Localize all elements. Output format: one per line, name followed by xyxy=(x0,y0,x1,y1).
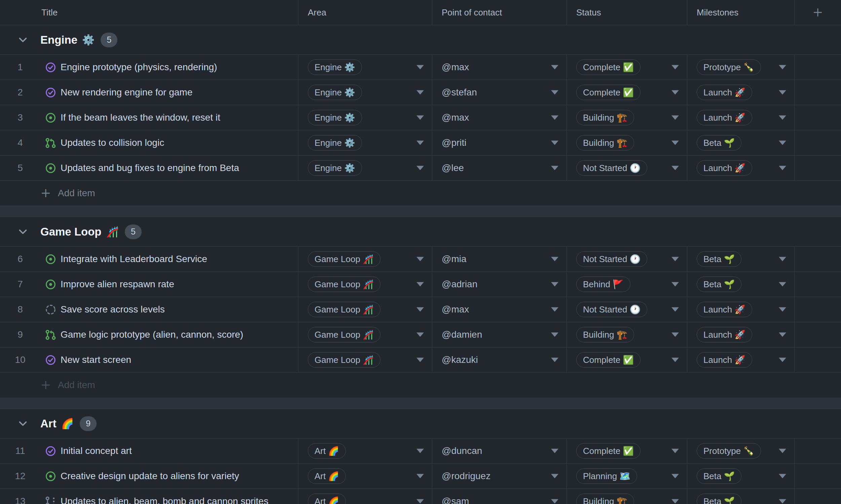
point-of-contact-cell[interactable]: @kazuki xyxy=(432,347,567,372)
area-cell[interactable]: Engine ⚙️ xyxy=(298,55,432,79)
status-pill: Not Started 🕐 xyxy=(576,160,647,176)
chevron-down-icon[interactable] xyxy=(17,418,29,430)
status-cell[interactable]: Complete ✅ xyxy=(567,80,687,105)
point-of-contact-cell[interactable]: @max xyxy=(432,105,567,130)
status-cell[interactable]: Complete ✅ xyxy=(567,347,687,372)
milestone-cell[interactable]: Launch 🚀 xyxy=(687,347,794,372)
title-cell[interactable]: 6Integrate with Leaderboard Service xyxy=(0,247,298,271)
status-cell[interactable]: Not Started 🕐 xyxy=(567,156,687,180)
point-of-contact-cell[interactable]: @duncan xyxy=(432,438,567,463)
milestone-cell[interactable]: Beta 🌱 xyxy=(687,272,794,297)
milestone-cell[interactable]: Beta 🌱 xyxy=(687,464,794,488)
area-cell[interactable]: Game Loop 🎢 xyxy=(298,247,432,271)
status-cell[interactable]: Building 🏗️ xyxy=(567,322,687,347)
title-cell[interactable]: 8Save score across levels xyxy=(0,297,298,322)
title-cell[interactable]: 9Game logic prototype (alien, cannon, sc… xyxy=(0,322,298,347)
column-header-title[interactable]: Title xyxy=(0,0,298,25)
add-item-button[interactable]: Add item xyxy=(0,181,841,206)
milestone-cell[interactable]: Prototype 🍾 xyxy=(687,438,794,463)
plus-icon xyxy=(812,7,823,18)
milestone-cell[interactable]: Beta 🌱 xyxy=(687,130,794,155)
caret-down-icon xyxy=(551,166,559,170)
point-of-contact-cell[interactable]: @rodriguez xyxy=(432,464,567,488)
status-cell[interactable]: Building 🏗️ xyxy=(567,105,687,130)
empty-cell xyxy=(794,247,841,271)
table-row: 10New start screenGame Loop 🎢@kazukiComp… xyxy=(0,347,841,373)
group-header-art: Art🌈9 xyxy=(0,409,841,438)
point-of-contact-cell[interactable]: @priti xyxy=(432,130,567,155)
title-cell[interactable]: 4Updates to collision logic xyxy=(0,130,298,155)
area-cell[interactable]: Engine ⚙️ xyxy=(298,156,432,180)
area-cell[interactable]: Engine ⚙️ xyxy=(298,130,432,155)
point-of-contact-cell[interactable]: @stefan xyxy=(432,80,567,105)
milestone-pill: Launch 🚀 xyxy=(697,302,752,317)
point-of-contact-cell[interactable]: @max xyxy=(432,297,567,322)
milestone-cell[interactable]: Launch 🚀 xyxy=(687,322,794,347)
item-title: Improve alien respawn rate xyxy=(61,279,174,290)
status-cell[interactable]: Building 🏗️ xyxy=(567,130,687,155)
milestone-cell[interactable]: Prototype 🍾 xyxy=(687,55,794,79)
row-number: 3 xyxy=(0,112,40,123)
title-cell[interactable]: 1Engine prototype (physics, rendering) xyxy=(0,55,298,79)
status-cell[interactable]: Not Started 🕐 xyxy=(567,297,687,322)
area-cell[interactable]: Engine ⚙️ xyxy=(298,105,432,130)
status-cell[interactable]: Building 🏗️ xyxy=(567,489,687,504)
milestone-cell[interactable]: Launch 🚀 xyxy=(687,156,794,180)
status-cell[interactable]: Complete ✅ xyxy=(567,438,687,463)
title-cell[interactable]: 2New rendering engine for game xyxy=(0,80,298,105)
title-cell[interactable]: 12Creative design update to aliens for v… xyxy=(0,464,298,488)
column-header-status[interactable]: Status xyxy=(567,0,687,25)
area-cell[interactable]: Game Loop 🎢 xyxy=(298,297,432,322)
area-cell[interactable]: Art 🌈 xyxy=(298,438,432,463)
add-item-button[interactable]: Add item xyxy=(0,373,841,398)
title-cell[interactable]: 11Initial concept art xyxy=(0,438,298,463)
column-header-milestones[interactable]: Milestones xyxy=(687,0,794,25)
issue-closed-icon xyxy=(45,355,56,365)
status-cell[interactable]: Complete ✅ xyxy=(567,55,687,79)
area-cell[interactable]: Art 🌈 xyxy=(298,489,432,504)
title-cell[interactable]: 5Updates and bug fixes to engine from Be… xyxy=(0,156,298,180)
title-cell[interactable]: 3If the beam leaves the window, reset it xyxy=(0,105,298,130)
point-of-contact-cell[interactable]: @mia xyxy=(432,247,567,271)
milestone-cell[interactable]: Beta 🌱 xyxy=(687,489,794,504)
point-of-contact-value: @mia xyxy=(442,254,467,265)
title-cell[interactable]: 13Updates to alien, beam, bomb and canno… xyxy=(0,489,298,504)
column-header-point-of-contact[interactable]: Point of contact xyxy=(432,0,567,25)
milestone-pill: Launch 🚀 xyxy=(697,85,752,100)
area-cell[interactable]: Game Loop 🎢 xyxy=(298,272,432,297)
point-of-contact-cell[interactable]: @lee xyxy=(432,156,567,180)
point-of-contact-value: @stefan xyxy=(442,87,477,98)
issue-draft-icon xyxy=(45,304,56,315)
status-pill: Behind 🚩 xyxy=(576,276,631,292)
title-cell[interactable]: 10New start screen xyxy=(0,347,298,372)
caret-down-icon xyxy=(416,282,424,287)
area-cell[interactable]: Engine ⚙️ xyxy=(298,80,432,105)
status-cell[interactable]: Planning 🗺️ xyxy=(567,464,687,488)
caret-down-icon xyxy=(551,65,559,70)
chevron-down-icon[interactable] xyxy=(17,226,29,238)
column-header-area[interactable]: Area xyxy=(298,0,432,25)
milestone-cell[interactable]: Beta 🌱 xyxy=(687,247,794,271)
milestone-cell[interactable]: Launch 🚀 xyxy=(687,105,794,130)
caret-down-icon xyxy=(779,474,786,479)
milestone-cell[interactable]: Launch 🚀 xyxy=(687,297,794,322)
area-cell[interactable]: Art 🌈 xyxy=(298,464,432,488)
caret-down-icon xyxy=(551,332,559,337)
status-pill: Complete ✅ xyxy=(576,59,640,75)
area-cell[interactable]: Game Loop 🎢 xyxy=(298,322,432,347)
status-cell[interactable]: Not Started 🕐 xyxy=(567,247,687,271)
caret-down-icon xyxy=(551,257,559,262)
point-of-contact-cell[interactable]: @damien xyxy=(432,322,567,347)
add-column-button[interactable] xyxy=(794,0,841,25)
status-cell[interactable]: Behind 🚩 xyxy=(567,272,687,297)
point-of-contact-cell[interactable]: @max xyxy=(432,55,567,79)
area-cell[interactable]: Game Loop 🎢 xyxy=(298,347,432,372)
chevron-down-icon[interactable] xyxy=(17,34,29,46)
title-cell[interactable]: 7Improve alien respawn rate xyxy=(0,272,298,297)
caret-down-icon xyxy=(551,449,559,453)
empty-cell xyxy=(794,297,841,322)
point-of-contact-cell[interactable]: @adrian xyxy=(432,272,567,297)
point-of-contact-cell[interactable]: @sam xyxy=(432,489,567,504)
milestone-cell[interactable]: Launch 🚀 xyxy=(687,80,794,105)
group-title: Game Loop xyxy=(40,226,102,238)
